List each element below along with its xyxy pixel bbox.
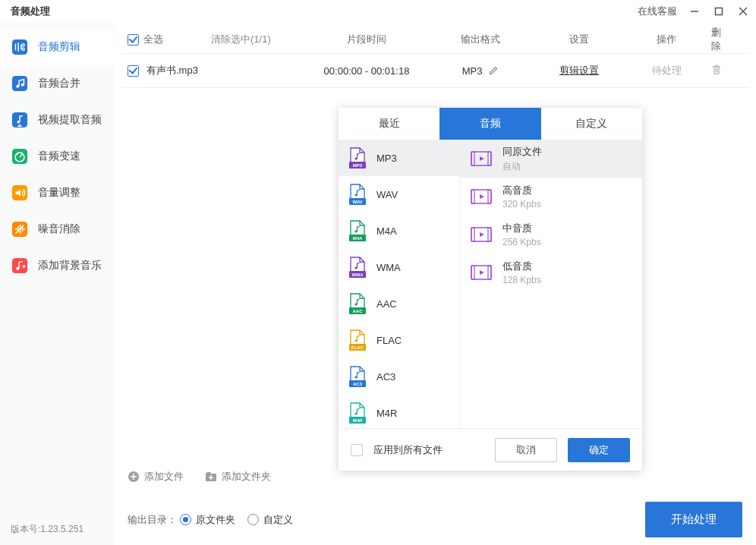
quality-item-medium[interactable]: 中音质256 Kpbs (460, 216, 642, 254)
svg-rect-37 (471, 266, 474, 279)
sidebar-label: 噪音消除 (38, 222, 80, 236)
radio-original-folder[interactable]: 原文件夹 (180, 513, 235, 527)
file-icon: FLAC (349, 329, 366, 351)
apply-all-label: 应用到所有文件 (373, 443, 443, 457)
add-folder-label: 添加文件夹 (222, 470, 271, 484)
radio-original-label: 原文件夹 (196, 513, 235, 527)
row-filename: 有声书.mp3 (146, 64, 198, 77)
quality-item-high[interactable]: 高音质320 Kpbs (460, 178, 642, 216)
file-icon: AC3 (349, 366, 366, 387)
quality-title: 中音质 (502, 222, 541, 235)
col-delete-header: 删除 (704, 26, 742, 53)
add-folder-icon (205, 471, 217, 483)
volume-icon (11, 184, 29, 202)
file-icon: WAV (349, 184, 366, 205)
maximize-button[interactable] (713, 6, 724, 17)
quality-sub: 128 Kpbs (502, 275, 541, 285)
version-label: 版本号:1.23.5.251 (11, 523, 83, 536)
sidebar-label: 视频提取音频 (38, 113, 102, 127)
sidebar-label: 添加背景音乐 (38, 259, 102, 272)
close-button[interactable] (738, 6, 748, 17)
format-label: M4A (376, 225, 397, 237)
file-icon: AAC (349, 293, 366, 314)
format-item-wma[interactable]: WMA WMA (339, 249, 459, 285)
sidebar-item-video-extract-audio[interactable]: 视频提取音频 (0, 102, 114, 138)
quality-icon (471, 187, 492, 206)
quality-sub: 自动 (502, 160, 542, 173)
file-icon: WMA (349, 257, 366, 278)
sidebar-item-add-bgm[interactable]: 添加背景音乐 (0, 247, 114, 284)
clear-selected-link[interactable]: 清除选中(1/1) (211, 33, 302, 46)
sidebar-label: 音频合并 (38, 77, 80, 90)
online-service-link[interactable]: 在线客服 (638, 5, 677, 18)
format-item-wav[interactable]: WAV WAV (339, 176, 459, 213)
format-label: WAV (376, 189, 398, 200)
format-label: AAC (376, 298, 397, 310)
sidebar-item-noise-removal[interactable]: 噪音消除 (0, 211, 114, 247)
noise-removal-icon (11, 220, 29, 238)
format-label: FLAC (376, 335, 402, 346)
dropdown-tab-audio[interactable]: 音频 (439, 108, 540, 140)
quality-item-low[interactable]: 低音质128 Kpbs (460, 254, 642, 291)
row-settings-link[interactable]: 剪辑设置 (559, 65, 599, 76)
svg-rect-1 (716, 8, 723, 15)
format-label: WMA (376, 262, 401, 273)
quality-title: 同原文件 (502, 145, 542, 159)
col-settings-header: 设置 (530, 33, 628, 46)
select-all-checkbox[interactable] (128, 34, 139, 46)
dropdown-ok-button[interactable]: 确定 (568, 438, 630, 462)
add-file-button[interactable]: 添加文件 (128, 470, 184, 484)
svg-rect-7 (12, 76, 27, 91)
edit-format-icon[interactable] (488, 65, 499, 76)
table-header: 全选 清除选中(1/1) 片段时间 输出格式 设置 操作 删除 (121, 26, 748, 53)
select-all-label: 全选 (143, 33, 163, 46)
output-dir-label: 输出目录： (128, 513, 177, 527)
dropdown-tab-custom[interactable]: 自定义 (541, 108, 642, 140)
format-dropdown-panel: 最近 音频 自定义 MP3 MP3 WAV WAV M4A (339, 108, 642, 471)
format-item-mp3[interactable]: MP3 MP3 (339, 140, 459, 176)
row-checkbox[interactable] (128, 65, 139, 77)
col-time-header: 片段时间 (302, 33, 431, 46)
row-time-range: 00:00:00 - 00:01:18 (302, 65, 431, 77)
radio-custom-folder[interactable]: 自定义 (247, 513, 293, 527)
video-extract-icon (11, 111, 29, 129)
sidebar-item-audio-merge[interactable]: 音频合并 (0, 65, 114, 102)
quality-title: 高音质 (502, 184, 541, 197)
sidebar-item-volume-adjust[interactable]: 音量调整 (0, 175, 114, 211)
quality-list: 同原文件自动 高音质320 Kpbs 中音质256 Kpbs 低音质128 Kp… (460, 140, 642, 428)
sidebar-item-audio-cut[interactable]: 音频剪辑 (0, 29, 114, 65)
apply-all-checkbox[interactable] (351, 444, 363, 456)
format-item-ac3[interactable]: AC3 AC3 (339, 358, 459, 395)
minimize-button[interactable] (689, 6, 700, 17)
footer-output-row: 输出目录： 原文件夹 自定义 开始处理 (121, 490, 748, 537)
add-file-icon (128, 471, 140, 483)
format-item-m4r[interactable]: M4R M4R (339, 395, 459, 428)
format-item-aac[interactable]: AAC AAC (339, 285, 459, 322)
add-folder-button[interactable]: 添加文件夹 (205, 470, 271, 484)
svg-rect-31 (471, 190, 474, 203)
quality-item-same-as-source[interactable]: 同原文件自动 (460, 140, 642, 178)
table-row: 有声书.mp3 00:00:00 - 00:01:18 MP3 剪辑设置 待处理 (121, 54, 748, 87)
quality-icon (471, 263, 492, 282)
svg-rect-28 (471, 152, 474, 165)
quality-sub: 256 Kpbs (502, 237, 541, 247)
start-process-button[interactable]: 开始处理 (645, 502, 742, 537)
format-item-flac[interactable]: FLAC FLAC (339, 322, 459, 358)
radio-custom-label: 自定义 (263, 513, 293, 527)
quality-sub: 320 Kpbs (502, 199, 541, 209)
dropdown-cancel-button[interactable]: 取消 (495, 438, 557, 462)
dropdown-tab-recent[interactable]: 最近 (339, 108, 439, 140)
quality-title: 低音质 (502, 260, 541, 273)
audio-speed-icon (11, 147, 29, 165)
add-file-label: 添加文件 (144, 470, 184, 484)
format-item-m4a[interactable]: M4A M4A (339, 213, 459, 249)
svg-rect-17 (12, 258, 27, 273)
format-list: MP3 MP3 WAV WAV M4A M4A WMA WMA (339, 140, 460, 428)
trash-icon[interactable] (710, 64, 723, 76)
sidebar-item-audio-speed[interactable]: 音频变速 (0, 138, 114, 175)
audio-cut-icon (11, 38, 29, 56)
row-format[interactable]: MP3 (462, 65, 483, 77)
format-label: AC3 (376, 371, 395, 383)
col-format-header: 输出格式 (431, 33, 530, 46)
svg-rect-4 (12, 39, 27, 55)
